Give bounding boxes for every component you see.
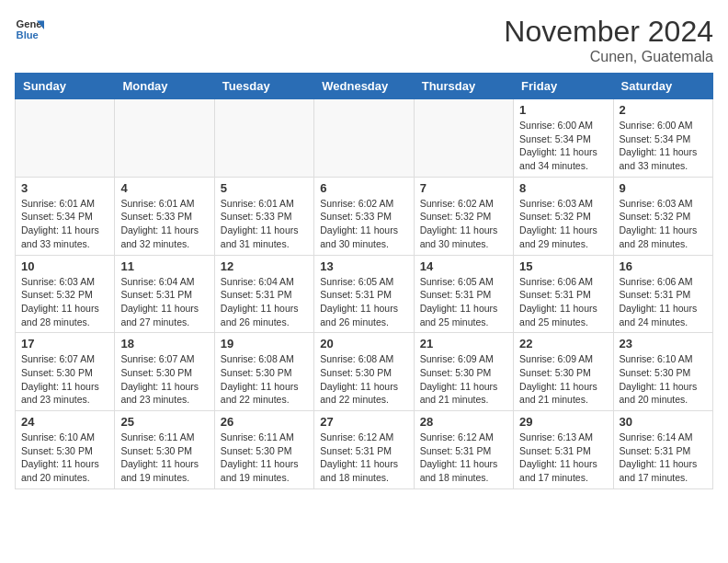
calendar-cell: 1Sunrise: 6:00 AM Sunset: 5:34 PM Daylig… xyxy=(514,99,613,178)
calendar-cell xyxy=(314,99,414,178)
day-info: Sunrise: 6:01 AM Sunset: 5:34 PM Dayligh… xyxy=(21,197,108,251)
calendar-cell: 25Sunrise: 6:11 AM Sunset: 5:30 PM Dayli… xyxy=(115,411,214,489)
calendar-header-saturday: Saturday xyxy=(613,74,712,99)
calendar-cell: 12Sunrise: 6:04 AM Sunset: 5:31 PM Dayli… xyxy=(214,255,313,333)
day-number: 26 xyxy=(221,415,308,429)
day-info: Sunrise: 6:09 AM Sunset: 5:30 PM Dayligh… xyxy=(420,352,507,407)
calendar-cell: 5Sunrise: 6:01 AM Sunset: 5:33 PM Daylig… xyxy=(214,177,313,255)
day-number: 18 xyxy=(120,337,208,350)
day-info: Sunrise: 6:06 AM Sunset: 5:31 PM Dayligh… xyxy=(620,275,707,329)
calendar-cell: 6Sunrise: 6:02 AM Sunset: 5:33 PM Daylig… xyxy=(314,177,414,255)
day-number: 6 xyxy=(320,181,407,195)
day-info: Sunrise: 6:02 AM Sunset: 5:33 PM Dayligh… xyxy=(320,197,407,251)
day-info: Sunrise: 6:12 AM Sunset: 5:31 PM Dayligh… xyxy=(320,431,407,485)
calendar-cell: 19Sunrise: 6:08 AM Sunset: 5:30 PM Dayli… xyxy=(214,333,313,411)
day-number: 19 xyxy=(221,337,308,350)
day-number: 4 xyxy=(120,181,208,195)
day-info: Sunrise: 6:02 AM Sunset: 5:32 PM Dayligh… xyxy=(420,197,507,251)
day-number: 22 xyxy=(519,337,607,350)
day-number: 5 xyxy=(221,181,308,195)
day-number: 1 xyxy=(519,103,607,117)
calendar-cell: 13Sunrise: 6:05 AM Sunset: 5:31 PM Dayli… xyxy=(314,255,414,333)
day-info: Sunrise: 6:05 AM Sunset: 5:31 PM Dayligh… xyxy=(320,275,407,329)
day-number: 11 xyxy=(120,259,208,273)
logo-icon: General Blue xyxy=(15,15,44,44)
day-number: 3 xyxy=(21,181,108,195)
day-info: Sunrise: 6:06 AM Sunset: 5:31 PM Dayligh… xyxy=(519,275,607,329)
day-info: Sunrise: 6:11 AM Sunset: 5:30 PM Dayligh… xyxy=(221,431,308,485)
day-number: 27 xyxy=(320,415,407,429)
calendar-cell: 17Sunrise: 6:07 AM Sunset: 5:30 PM Dayli… xyxy=(16,333,115,411)
calendar-header-monday: Monday xyxy=(115,74,214,99)
day-info: Sunrise: 6:10 AM Sunset: 5:30 PM Dayligh… xyxy=(21,431,108,485)
day-number: 14 xyxy=(420,259,507,273)
day-number: 30 xyxy=(620,415,707,429)
svg-text:Blue: Blue xyxy=(17,29,39,40)
calendar-cell: 30Sunrise: 6:14 AM Sunset: 5:31 PM Dayli… xyxy=(613,411,712,489)
day-number: 28 xyxy=(420,415,507,429)
day-info: Sunrise: 6:07 AM Sunset: 5:30 PM Dayligh… xyxy=(21,352,108,407)
calendar-week-4: 24Sunrise: 6:10 AM Sunset: 5:30 PM Dayli… xyxy=(16,411,713,489)
calendar-table: SundayMondayTuesdayWednesdayThursdayFrid… xyxy=(15,73,713,489)
day-info: Sunrise: 6:00 AM Sunset: 5:34 PM Dayligh… xyxy=(620,119,707,173)
calendar-cell: 26Sunrise: 6:11 AM Sunset: 5:30 PM Dayli… xyxy=(214,411,313,489)
day-info: Sunrise: 6:03 AM Sunset: 5:32 PM Dayligh… xyxy=(21,275,108,329)
calendar-header-thursday: Thursday xyxy=(414,74,513,99)
calendar-cell: 22Sunrise: 6:09 AM Sunset: 5:30 PM Dayli… xyxy=(514,333,613,411)
calendar-cell xyxy=(214,99,313,178)
day-info: Sunrise: 6:00 AM Sunset: 5:34 PM Dayligh… xyxy=(519,119,607,173)
logo: General Blue xyxy=(15,15,44,44)
day-info: Sunrise: 6:07 AM Sunset: 5:30 PM Dayligh… xyxy=(120,352,208,407)
calendar-week-3: 17Sunrise: 6:07 AM Sunset: 5:30 PM Dayli… xyxy=(16,333,713,411)
calendar-cell xyxy=(16,99,115,178)
calendar-week-1: 3Sunrise: 6:01 AM Sunset: 5:34 PM Daylig… xyxy=(16,177,713,255)
calendar-cell: 27Sunrise: 6:12 AM Sunset: 5:31 PM Dayli… xyxy=(314,411,414,489)
day-number: 2 xyxy=(620,103,707,117)
calendar-cell: 4Sunrise: 6:01 AM Sunset: 5:33 PM Daylig… xyxy=(115,177,214,255)
calendar-cell: 23Sunrise: 6:10 AM Sunset: 5:30 PM Dayli… xyxy=(613,333,712,411)
day-info: Sunrise: 6:04 AM Sunset: 5:31 PM Dayligh… xyxy=(120,275,208,329)
day-number: 13 xyxy=(320,259,407,273)
calendar-cell: 15Sunrise: 6:06 AM Sunset: 5:31 PM Dayli… xyxy=(514,255,613,333)
calendar-cell: 24Sunrise: 6:10 AM Sunset: 5:30 PM Dayli… xyxy=(16,411,115,489)
calendar-cell: 2Sunrise: 6:00 AM Sunset: 5:34 PM Daylig… xyxy=(613,99,712,178)
calendar-cell: 21Sunrise: 6:09 AM Sunset: 5:30 PM Dayli… xyxy=(414,333,513,411)
calendar-cell: 16Sunrise: 6:06 AM Sunset: 5:31 PM Dayli… xyxy=(613,255,712,333)
title-block: November 2024 Cunen, Guatemala xyxy=(504,15,713,65)
day-info: Sunrise: 6:03 AM Sunset: 5:32 PM Dayligh… xyxy=(620,197,707,251)
day-info: Sunrise: 6:04 AM Sunset: 5:31 PM Dayligh… xyxy=(221,275,308,329)
day-number: 17 xyxy=(21,337,108,350)
day-info: Sunrise: 6:08 AM Sunset: 5:30 PM Dayligh… xyxy=(320,352,407,407)
day-number: 29 xyxy=(519,415,607,429)
day-number: 7 xyxy=(420,181,507,195)
calendar-cell: 11Sunrise: 6:04 AM Sunset: 5:31 PM Dayli… xyxy=(115,255,214,333)
calendar-cell: 18Sunrise: 6:07 AM Sunset: 5:30 PM Dayli… xyxy=(115,333,214,411)
day-info: Sunrise: 6:01 AM Sunset: 5:33 PM Dayligh… xyxy=(120,197,208,251)
calendar-week-2: 10Sunrise: 6:03 AM Sunset: 5:32 PM Dayli… xyxy=(16,255,713,333)
day-number: 8 xyxy=(519,181,607,195)
day-info: Sunrise: 6:11 AM Sunset: 5:30 PM Dayligh… xyxy=(120,431,208,485)
location: Cunen, Guatemala xyxy=(504,49,713,65)
day-info: Sunrise: 6:08 AM Sunset: 5:30 PM Dayligh… xyxy=(221,352,308,407)
day-number: 23 xyxy=(620,337,707,350)
calendar-cell: 9Sunrise: 6:03 AM Sunset: 5:32 PM Daylig… xyxy=(613,177,712,255)
day-info: Sunrise: 6:01 AM Sunset: 5:33 PM Dayligh… xyxy=(221,197,308,251)
day-info: Sunrise: 6:10 AM Sunset: 5:30 PM Dayligh… xyxy=(620,352,707,407)
day-number: 25 xyxy=(120,415,208,429)
day-info: Sunrise: 6:09 AM Sunset: 5:30 PM Dayligh… xyxy=(519,352,607,407)
day-number: 12 xyxy=(221,259,308,273)
month-title: November 2024 xyxy=(504,15,713,49)
calendar-header-sunday: Sunday xyxy=(16,74,115,99)
calendar-cell: 7Sunrise: 6:02 AM Sunset: 5:32 PM Daylig… xyxy=(414,177,513,255)
calendar-cell: 14Sunrise: 6:05 AM Sunset: 5:31 PM Dayli… xyxy=(414,255,513,333)
calendar-cell: 8Sunrise: 6:03 AM Sunset: 5:32 PM Daylig… xyxy=(514,177,613,255)
calendar-cell: 10Sunrise: 6:03 AM Sunset: 5:32 PM Dayli… xyxy=(16,255,115,333)
day-number: 9 xyxy=(620,181,707,195)
calendar-cell: 29Sunrise: 6:13 AM Sunset: 5:31 PM Dayli… xyxy=(514,411,613,489)
day-info: Sunrise: 6:03 AM Sunset: 5:32 PM Dayligh… xyxy=(519,197,607,251)
calendar-week-0: 1Sunrise: 6:00 AM Sunset: 5:34 PM Daylig… xyxy=(16,99,713,178)
calendar-cell: 3Sunrise: 6:01 AM Sunset: 5:34 PM Daylig… xyxy=(16,177,115,255)
day-info: Sunrise: 6:05 AM Sunset: 5:31 PM Dayligh… xyxy=(420,275,507,329)
calendar-cell: 20Sunrise: 6:08 AM Sunset: 5:30 PM Dayli… xyxy=(314,333,414,411)
calendar-header-wednesday: Wednesday xyxy=(314,74,414,99)
